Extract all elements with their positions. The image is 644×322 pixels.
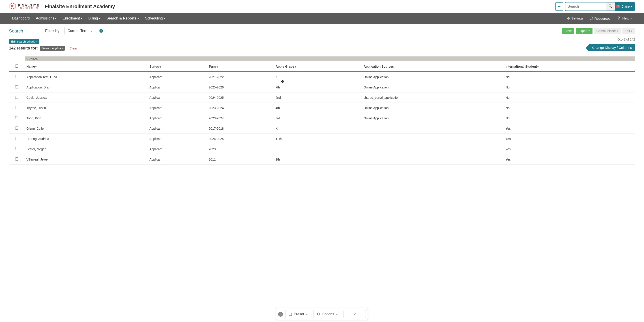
- cell-source: [362, 124, 504, 134]
- cell-grade: K: [274, 72, 362, 82]
- cell-status: Applicant: [148, 82, 207, 92]
- table-row[interactable]: Todd, KiddApplicant2023-20243rdOnline Ap…: [9, 113, 635, 124]
- edit-button[interactable]: Edit▾: [622, 28, 635, 34]
- svg-line-1: [611, 7, 612, 8]
- nav-admissions[interactable]: Admissions▾: [33, 13, 60, 24]
- cell-status: Applicant: [148, 113, 207, 124]
- sort-icon: ⇅: [160, 66, 161, 68]
- row-checkbox[interactable]: [15, 126, 18, 130]
- cell-intl: Yes: [504, 144, 635, 154]
- results-count: 142 results for:: [9, 46, 38, 50]
- row-checkbox[interactable]: [15, 106, 18, 109]
- col-apply-grade[interactable]: Apply Grade⇅: [274, 61, 362, 72]
- cell-intl: No: [504, 72, 635, 82]
- cell-term: 2025-2026: [207, 82, 274, 92]
- cell-grade: 2nd: [274, 92, 362, 103]
- cell-status: Applicant: [148, 134, 207, 144]
- logo[interactable]: FINALSITE ENROLLMENT: [9, 2, 40, 10]
- cell-term: 2011: [207, 154, 274, 164]
- select-all-checkbox[interactable]: [15, 64, 18, 68]
- cell-name: Lester, Megan: [25, 144, 148, 154]
- table-row[interactable]: Villarreal, JewelApplicant20119thYes: [9, 154, 635, 164]
- cell-grade: [274, 144, 362, 154]
- col-app-sources[interactable]: Application Sources: [362, 61, 504, 72]
- cell-grade: 3rd: [274, 113, 362, 124]
- app-title: Finalsite Enrollment Academy: [45, 4, 115, 10]
- add-button[interactable]: ＋: [555, 2, 563, 10]
- cell-name: Application, Draft: [25, 82, 148, 92]
- cell-source: Online Application: [362, 113, 504, 124]
- row-checkbox[interactable]: [15, 137, 18, 140]
- nav-search-reports[interactable]: Search & Reports▾: [103, 13, 142, 24]
- table-row[interactable]: Application, DraftApplicant2025-20267thO…: [9, 82, 635, 92]
- nav-help[interactable]: ❔Help▾: [614, 16, 635, 20]
- cell-source: [362, 144, 504, 154]
- communicate-button[interactable]: Communicate▾: [594, 28, 621, 34]
- filter-value: Current Term: [68, 29, 88, 33]
- search-icon: [608, 4, 612, 8]
- nav-settings[interactable]: ⚙Settings: [564, 16, 586, 20]
- clear-link[interactable]: Clear: [70, 46, 77, 50]
- change-columns-button[interactable]: Change Display / Columns: [589, 44, 635, 51]
- row-checkbox[interactable]: [15, 116, 18, 119]
- row-checkbox[interactable]: [15, 85, 18, 88]
- chevron-down-icon: ▾: [617, 30, 618, 32]
- user-menu[interactable]: 2 Claire ▾: [615, 2, 634, 10]
- nav-dashboard[interactable]: Dashboard: [9, 13, 33, 24]
- cell-intl: Yes: [504, 154, 635, 164]
- main-nav: Dashboard Admissions▾ Enrollment▾ Billin…: [0, 13, 644, 24]
- row-checkbox[interactable]: [15, 147, 18, 150]
- cell-name: Villarreal, Jewel: [25, 154, 148, 164]
- col-intl-student[interactable]: International Student▾: [504, 61, 635, 72]
- chevron-down-icon: ▾: [55, 17, 56, 20]
- svg-point-0: [609, 5, 611, 7]
- cell-status: Applicant: [148, 144, 207, 154]
- page-title: Search: [9, 28, 23, 34]
- col-status[interactable]: Status⇅: [148, 61, 207, 72]
- nav-scheduling[interactable]: Scheduling▾: [142, 13, 168, 24]
- cell-intl: No: [504, 92, 635, 103]
- plus-icon: ＋: [557, 3, 561, 10]
- search-input[interactable]: [566, 3, 606, 10]
- gear-icon: ⚙: [567, 16, 570, 20]
- cell-name: Glenn, Cullen: [25, 124, 148, 134]
- filter-chip[interactable]: Status = Applicant: [40, 46, 65, 50]
- cell-status: Applicant: [148, 124, 207, 134]
- info-icon[interactable]: i: [100, 29, 103, 33]
- table-row[interactable]: Glenn, CullenApplicant2017-2018KYes: [9, 124, 635, 134]
- table-row[interactable]: Thyme, JustinApplicant2023-20244thOnline…: [9, 103, 635, 113]
- export-button[interactable]: Export▾: [576, 28, 592, 34]
- result-range: 0-142 of 142: [617, 38, 635, 41]
- chevron-down-icon: ▾: [138, 17, 139, 20]
- column-group-contact: CONTACT: [25, 56, 635, 61]
- nav-enrollment[interactable]: Enrollment▾: [60, 13, 85, 24]
- col-term[interactable]: Term⇅: [207, 61, 274, 72]
- col-name[interactable]: Name▾: [25, 61, 148, 72]
- search-button[interactable]: [606, 2, 615, 10]
- edit-search-criteria[interactable]: Edit search criteria ›: [9, 39, 40, 44]
- logo-icon: [9, 2, 16, 10]
- sub-header: Search Filter by: Current Term ⌄ i Save …: [0, 24, 644, 38]
- cell-source: Online Application: [362, 82, 504, 92]
- table-row[interactable]: Coyle, JessicaApplicant2024-20252ndshare…: [9, 92, 635, 103]
- nav-resources[interactable]: ⓘResources: [586, 16, 614, 20]
- chevron-down-icon: ▾: [164, 17, 165, 20]
- cell-grade: 4th: [274, 103, 362, 113]
- table-row[interactable]: Herring, AudrinaApplicant2024-202511thYe…: [9, 134, 635, 144]
- filter-term-select[interactable]: Current Term ⌄: [64, 27, 96, 35]
- cell-intl: No: [504, 113, 635, 124]
- notification-badge: 2: [616, 5, 620, 8]
- nav-billing[interactable]: Billing▾: [85, 13, 104, 24]
- table-row[interactable]: Lester, MeganApplicant2023Yes: [9, 144, 635, 154]
- cell-intl: Yes: [504, 134, 635, 144]
- row-checkbox[interactable]: [15, 96, 18, 99]
- table-row[interactable]: Application Test, LunaApplicant2021-2022…: [9, 72, 635, 82]
- cell-grade: 7th: [274, 82, 362, 92]
- row-checkbox[interactable]: [15, 158, 18, 160]
- sort-icon: ⇅: [216, 66, 218, 68]
- cell-status: Applicant: [148, 154, 207, 164]
- chevron-down-icon: ▾: [631, 5, 632, 8]
- save-button[interactable]: Save: [562, 28, 574, 34]
- global-search: 2 Claire ▾: [565, 2, 635, 11]
- row-checkbox[interactable]: [15, 75, 18, 78]
